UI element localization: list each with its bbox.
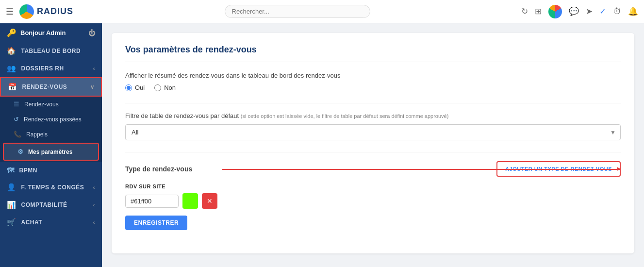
sidebar-item-rendez-vous[interactable]: 📅 RENDEZ-VOUS ∨ bbox=[0, 77, 102, 97]
sidebar-item-rendez-vous-sub[interactable]: ☰ Rendez-vous bbox=[0, 97, 102, 112]
filtre-select[interactable]: All Approuvé En attente Refusé bbox=[125, 124, 621, 140]
navbar: ☰ RADIUS ↻ ⊞ 💬 ➤ ✓ ⏱ 🔔 bbox=[0, 0, 644, 23]
chevron-rdv-icon: ∨ bbox=[90, 84, 95, 90]
sidebar-label-rdv-sub: Rendez-vous bbox=[24, 101, 59, 108]
sidebar-item-bpmn[interactable]: 🗺 BPMN bbox=[0, 162, 102, 179]
sidebar-item-rdv-passes[interactable]: ↺ Rendez-vous passées bbox=[0, 112, 102, 127]
rdv-sur-site-label: RDV SUR SITE bbox=[125, 184, 621, 189]
rdv-delete-button[interactable]: ✕ bbox=[202, 193, 217, 209]
gear-icon: ⚙ bbox=[17, 148, 23, 155]
filtre-hint: (si cette option est laissée vide, le fi… bbox=[241, 113, 449, 119]
logo-icon bbox=[19, 4, 34, 19]
sidebar-label-mes-params: Mes paramètres bbox=[28, 149, 72, 155]
radio-oui[interactable]: Oui bbox=[125, 84, 145, 91]
section-filtre: Filtre de table de rendez-vous par défau… bbox=[125, 112, 621, 140]
rdv-color-swatch[interactable] bbox=[182, 193, 198, 209]
search-input[interactable] bbox=[225, 5, 370, 18]
radio-oui-label: Oui bbox=[135, 84, 145, 91]
rdv-row: ✕ bbox=[125, 193, 621, 209]
chevron-achat-icon: ‹ bbox=[93, 219, 95, 225]
page-title: Vos paramètres de rendez-vous bbox=[125, 45, 621, 62]
sidebar-user: 🔑 Bonjour Admin ⏻ bbox=[0, 23, 102, 42]
sidebar-label-rappels: Rappels bbox=[26, 131, 48, 138]
timer-icon[interactable]: ⏱ bbox=[613, 7, 621, 17]
cart-icon: 🛒 bbox=[7, 218, 17, 227]
sidebar-item-dossiers-rh[interactable]: 👥 DOSSIERS RH ‹ bbox=[0, 60, 102, 77]
globe-icon[interactable] bbox=[548, 5, 562, 18]
sidebar-item-achat[interactable]: 🛒 ACHAT ‹ bbox=[0, 214, 102, 231]
calendar-icon: 📅 bbox=[8, 83, 17, 91]
radio-non-input[interactable] bbox=[154, 84, 161, 91]
logo-text: RADIUS bbox=[37, 6, 73, 17]
app-body: 🔑 Bonjour Admin ⏻ 🏠 TABLEAU DE BORD 👥 DO… bbox=[0, 23, 644, 267]
section-afficher: Afficher le résumé des rendez-vous dans … bbox=[125, 72, 621, 91]
section-type-rdv: Type de rendez-vous AJOUTER UN TYPE DE R… bbox=[125, 161, 621, 230]
map-icon: 🗺 bbox=[7, 166, 15, 174]
chat-icon[interactable]: 💬 bbox=[569, 6, 579, 17]
chevron-compta-icon: ‹ bbox=[93, 202, 95, 208]
sidebar-label-achat: ACHAT bbox=[21, 219, 43, 226]
divider-1 bbox=[125, 103, 621, 103]
sidebar-label-rdv: RENDEZ-VOUS bbox=[22, 83, 67, 90]
rdv-color-input[interactable] bbox=[125, 195, 179, 208]
menu-icon[interactable]: ☰ bbox=[6, 6, 14, 17]
search-area bbox=[73, 5, 521, 18]
main-content: Vos paramètres de rendez-vous Afficher l… bbox=[102, 23, 644, 267]
sidebar-item-comptabilite[interactable]: 📊 COMPTABILITÉ ‹ bbox=[0, 196, 102, 214]
sidebar-label-bpmn: BPMN bbox=[19, 167, 37, 174]
bell-icon[interactable]: 🔔 bbox=[628, 6, 638, 17]
filtre-label: Filtre de table de rendez-vous par défau… bbox=[125, 112, 621, 119]
user-icon: 🔑 bbox=[7, 28, 17, 37]
filtre-select-wrapper: All Approuvé En attente Refusé ▼ bbox=[125, 124, 621, 140]
user-greeting: Bonjour Admin bbox=[20, 29, 66, 36]
sidebar-label-compta: COMPTABILITÉ bbox=[21, 201, 67, 208]
sidebar-label-dossiers: DOSSIERS RH bbox=[21, 65, 64, 72]
divider-2 bbox=[125, 152, 621, 152]
power-icon[interactable]: ⏻ bbox=[88, 29, 95, 37]
sidebar-label-f-temps: F. TEMPS & CONGÉS bbox=[21, 184, 84, 191]
sidebar-item-f-temps[interactable]: 👤 F. TEMPS & CONGÉS ‹ bbox=[0, 179, 102, 196]
radio-non[interactable]: Non bbox=[154, 84, 176, 91]
content-card: Vos paramètres de rendez-vous Afficher l… bbox=[112, 33, 634, 253]
sidebar-label-rdv-passes: Rendez-vous passées bbox=[24, 116, 82, 123]
type-rdv-title: Type de rendez-vous bbox=[125, 165, 192, 173]
sidebar-item-rappels[interactable]: 📞 Rappels bbox=[0, 127, 102, 142]
chart-icon: 📊 bbox=[7, 200, 17, 209]
radio-oui-input[interactable] bbox=[125, 84, 132, 91]
enregistrer-button[interactable]: ENREGISTRER bbox=[125, 216, 187, 230]
grid-icon[interactable]: ⊞ bbox=[535, 6, 542, 17]
sidebar-item-mes-parametres[interactable]: ⚙ Mes paramètres bbox=[3, 143, 99, 161]
list-icon: ☰ bbox=[14, 100, 19, 108]
radio-non-label: Non bbox=[164, 84, 176, 91]
sidebar-sub-rdv: ☰ Rendez-vous ↺ Rendez-vous passées 📞 Ra… bbox=[0, 97, 102, 162]
sidebar-label-tableau: TABLEAU DE BORD bbox=[21, 48, 81, 54]
navbar-icons: ↻ ⊞ 💬 ➤ ✓ ⏱ 🔔 bbox=[521, 5, 638, 18]
person-icon: 👤 bbox=[7, 183, 17, 192]
check-icon[interactable]: ✓ bbox=[599, 6, 606, 17]
phone-icon: 📞 bbox=[14, 131, 21, 138]
section-type-header: Type de rendez-vous AJOUTER UN TYPE DE R… bbox=[125, 161, 621, 177]
users-icon: 👥 bbox=[7, 64, 17, 73]
chevron-f-temps-icon: ‹ bbox=[93, 184, 95, 190]
radio-group-afficher: Oui Non bbox=[125, 84, 621, 91]
history-sub-icon: ↺ bbox=[14, 116, 19, 123]
share-icon[interactable]: ➤ bbox=[586, 6, 593, 17]
home-icon: 🏠 bbox=[7, 47, 17, 55]
history-icon[interactable]: ↻ bbox=[521, 6, 528, 17]
afficher-label: Afficher le résumé des rendez-vous dans … bbox=[125, 72, 621, 79]
sidebar-item-tableau-de-bord[interactable]: 🏠 TABLEAU DE BORD bbox=[0, 42, 102, 60]
chevron-icon: ‹ bbox=[93, 66, 95, 71]
sidebar: 🔑 Bonjour Admin ⏻ 🏠 TABLEAU DE BORD 👥 DO… bbox=[0, 23, 102, 267]
add-type-button[interactable]: AJOUTER UN TYPE DE RENDEZ-VOUS bbox=[496, 161, 621, 177]
logo: RADIUS bbox=[19, 4, 73, 19]
